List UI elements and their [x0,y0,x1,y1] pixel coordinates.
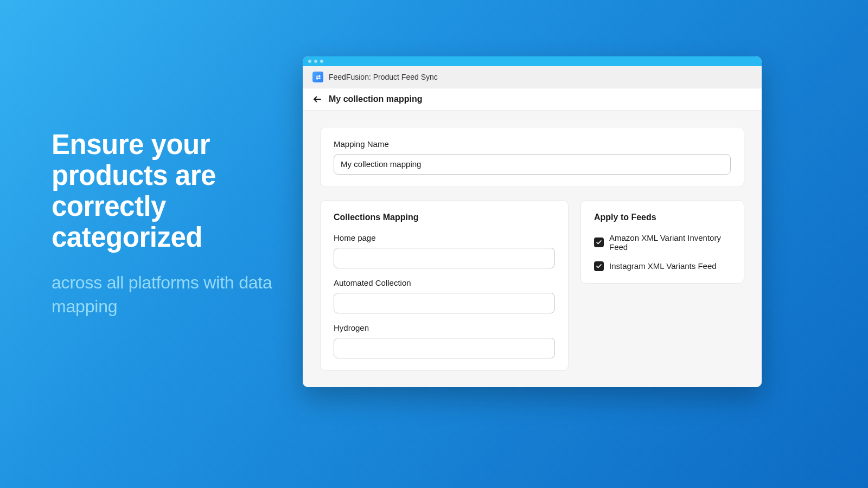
app-logo-icon: ⇄ [312,72,323,82]
collection-label: Hydrogen [334,323,555,332]
apply-to-feeds-card: Apply to Feeds Amazon XML Variant Invent… [580,200,744,284]
marketing-subhead: across all platforms with data mapping [52,271,279,318]
window-titlebar [303,56,762,66]
back-arrow-icon[interactable] [312,94,322,104]
collection-input-automated[interactable] [334,293,555,313]
marketing-copy: Ensure your products are correctly categ… [52,129,279,318]
window-dot-zoom-icon[interactable] [320,60,323,63]
collection-label: Automated Collection [334,278,555,287]
app-title: FeedFusion: Product Feed Sync [329,73,438,81]
checkbox-checked-icon[interactable] [594,261,604,271]
feed-label: Instagram XML Variants Feed [609,261,717,271]
window-dot-minimize-icon[interactable] [314,60,317,63]
feed-row[interactable]: Amazon XML Variant Inventory Feed [594,233,731,252]
app-header: ⇄ FeedFusion: Product Feed Sync [303,66,762,88]
collections-mapping-card: Collections Mapping Home page Automated … [320,200,569,371]
collections-mapping-title: Collections Mapping [334,213,555,222]
collection-label: Home page [334,233,555,242]
mapping-name-input[interactable] [334,154,731,175]
page-header: My collection mapping [303,88,762,111]
collection-input-home-page[interactable] [334,248,555,268]
mapping-name-card: Mapping Name [320,127,744,187]
collection-input-hydrogen[interactable] [334,338,555,358]
page-title: My collection mapping [329,94,422,104]
feed-label: Amazon XML Variant Inventory Feed [609,233,731,252]
window-dot-close-icon[interactable] [308,60,311,63]
mapping-name-label: Mapping Name [334,139,731,149]
checkbox-checked-icon[interactable] [594,237,604,247]
apply-to-feeds-title: Apply to Feeds [594,213,731,222]
marketing-headline: Ensure your products are correctly categ… [52,129,279,253]
feed-row[interactable]: Instagram XML Variants Feed [594,261,731,271]
app-window: ⇄ FeedFusion: Product Feed Sync My colle… [303,56,762,387]
